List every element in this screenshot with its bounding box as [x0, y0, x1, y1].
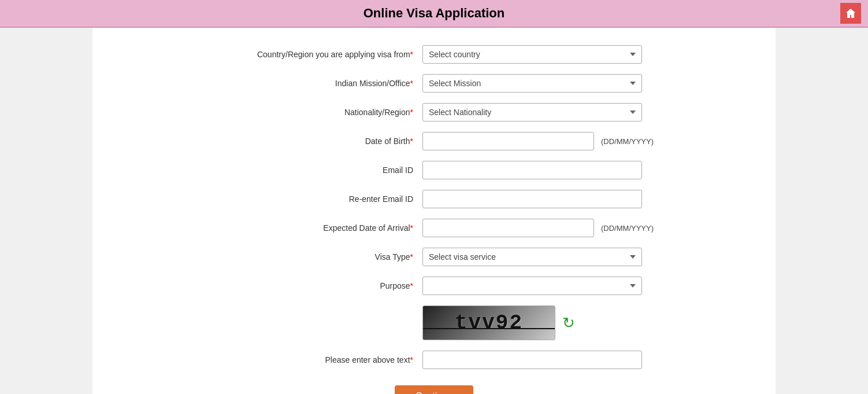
nationality-row: Nationality/Region* Select Nationality: [214, 103, 654, 121]
header: Online Visa Application: [0, 0, 868, 28]
country-row: Country/Region you are applying visa fro…: [214, 45, 654, 64]
dob-label: Date of Birth*: [214, 137, 422, 146]
visa-type-input-wrapper: Select visa service: [422, 248, 642, 266]
country-select[interactable]: Select country: [422, 45, 642, 64]
purpose-input-wrapper: [422, 277, 642, 295]
home-icon[interactable]: [840, 3, 861, 24]
arrival-date-hint: (DD/MM/YYYY): [601, 224, 654, 233]
purpose-select[interactable]: [422, 277, 642, 295]
header-title: Online Visa Application: [0, 6, 868, 21]
dob-hint: (DD/MM/YYYY): [601, 137, 654, 146]
purpose-row: Purpose*: [214, 277, 654, 295]
nationality-select[interactable]: Select Nationality: [422, 103, 642, 121]
country-label: Country/Region you are applying visa fro…: [214, 50, 422, 59]
nationality-input-wrapper: Select Nationality: [422, 103, 642, 121]
dob-row: Date of Birth* (DD/MM/YYYY): [214, 132, 654, 150]
refresh-captcha-button[interactable]: ↻: [562, 314, 575, 332]
email-input-wrapper: [422, 161, 642, 179]
captcha-input-wrapper: [422, 351, 642, 369]
mission-select[interactable]: Select Mission: [422, 74, 642, 93]
purpose-label: Purpose*: [214, 281, 422, 290]
captcha-text: tvv92: [455, 311, 523, 335]
arrival-date-label: Expected Date of Arrival*: [214, 223, 422, 233]
mission-label: Indian Mission/Office*: [214, 79, 422, 88]
reenter-email-label: Re-enter Email ID: [214, 194, 422, 204]
main-content: Country/Region you are applying visa fro…: [92, 28, 776, 394]
visa-type-label: Visa Type*: [214, 252, 422, 262]
dob-input-wrapper: [422, 132, 594, 150]
reenter-email-input-wrapper: [422, 190, 642, 208]
captcha-input-row: Please enter above text*: [214, 351, 654, 369]
email-input[interactable]: [422, 161, 642, 179]
continue-row: Continue: [214, 385, 654, 394]
visa-type-select[interactable]: Select visa service: [422, 248, 642, 266]
captcha-input[interactable]: [422, 351, 642, 369]
continue-button[interactable]: Continue: [395, 385, 473, 394]
dob-input[interactable]: [422, 132, 594, 150]
nationality-label: Nationality/Region*: [214, 108, 422, 117]
captcha-image-row: tvv92 ↻: [214, 305, 654, 340]
captcha-area: tvv92 ↻: [422, 305, 575, 340]
email-row: Email ID: [214, 161, 654, 179]
email-label: Email ID: [214, 165, 422, 175]
mission-row: Indian Mission/Office* Select Mission: [214, 74, 654, 93]
country-input-wrapper: Select country: [422, 45, 642, 64]
arrival-date-row: Expected Date of Arrival* (DD/MM/YYYY): [214, 219, 654, 237]
captcha-input-label: Please enter above text*: [214, 355, 422, 364]
visa-type-row: Visa Type* Select visa service: [214, 248, 654, 266]
form-container: Country/Region you are applying visa fro…: [203, 45, 665, 394]
mission-input-wrapper: Select Mission: [422, 74, 642, 93]
captcha-line: [423, 328, 555, 329]
reenter-email-input[interactable]: [422, 190, 642, 208]
captcha-image: tvv92: [422, 305, 555, 340]
arrival-date-input[interactable]: [422, 219, 594, 237]
arrival-date-input-wrapper: [422, 219, 594, 237]
reenter-email-row: Re-enter Email ID: [214, 190, 654, 208]
